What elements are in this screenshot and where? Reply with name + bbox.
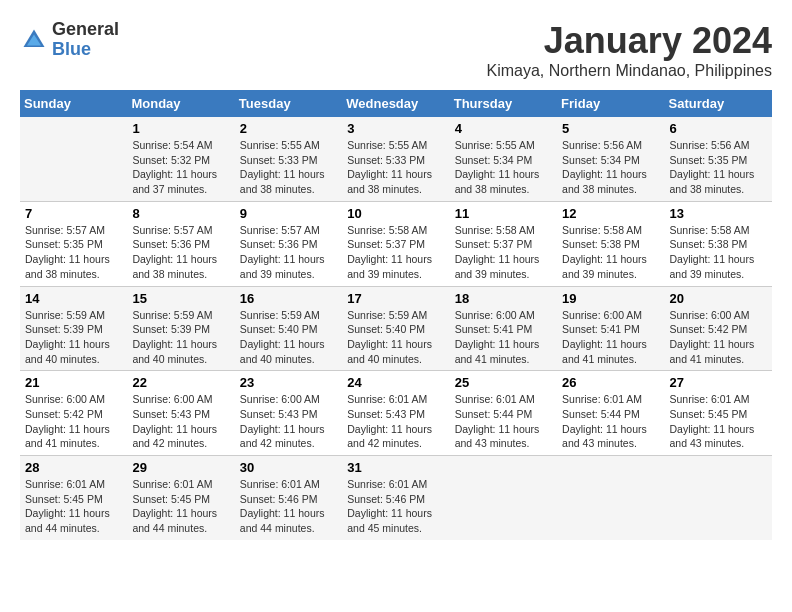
day-detail: Sunset: 5:46 PM — [240, 492, 337, 507]
day-detail: Sunset: 5:42 PM — [670, 322, 767, 337]
calendar-cell: 8Sunrise: 5:57 AMSunset: 5:36 PMDaylight… — [127, 201, 234, 286]
title-block: January 2024 Kimaya, Northern Mindanao, … — [487, 20, 772, 80]
calendar-cell: 30Sunrise: 6:01 AMSunset: 5:46 PMDayligh… — [235, 456, 342, 540]
day-number: 7 — [25, 206, 122, 221]
calendar-cell: 25Sunrise: 6:01 AMSunset: 5:44 PMDayligh… — [450, 371, 557, 456]
day-number: 3 — [347, 121, 444, 136]
day-detail: Daylight: 11 hours and 44 minutes. — [132, 506, 229, 535]
calendar-cell: 26Sunrise: 6:01 AMSunset: 5:44 PMDayligh… — [557, 371, 664, 456]
calendar-cell: 29Sunrise: 6:01 AMSunset: 5:45 PMDayligh… — [127, 456, 234, 540]
day-number: 22 — [132, 375, 229, 390]
day-number: 14 — [25, 291, 122, 306]
day-detail: Daylight: 11 hours and 43 minutes. — [562, 422, 659, 451]
logo-general-text: General — [52, 19, 119, 39]
day-detail: Sunrise: 6:00 AM — [132, 392, 229, 407]
calendar-cell: 16Sunrise: 5:59 AMSunset: 5:40 PMDayligh… — [235, 286, 342, 371]
calendar-cell: 22Sunrise: 6:00 AMSunset: 5:43 PMDayligh… — [127, 371, 234, 456]
day-detail: Sunset: 5:38 PM — [562, 237, 659, 252]
calendar-cell — [665, 456, 772, 540]
day-detail: Daylight: 11 hours and 41 minutes. — [455, 337, 552, 366]
day-number: 1 — [132, 121, 229, 136]
day-detail: Sunset: 5:45 PM — [25, 492, 122, 507]
day-detail: Daylight: 11 hours and 43 minutes. — [670, 422, 767, 451]
day-detail: Sunrise: 5:56 AM — [562, 138, 659, 153]
weekday-header-tuesday: Tuesday — [235, 90, 342, 117]
calendar-cell: 2Sunrise: 5:55 AMSunset: 5:33 PMDaylight… — [235, 117, 342, 201]
day-detail: Sunrise: 6:00 AM — [455, 308, 552, 323]
day-number: 8 — [132, 206, 229, 221]
calendar-cell: 28Sunrise: 6:01 AMSunset: 5:45 PMDayligh… — [20, 456, 127, 540]
calendar-cell: 15Sunrise: 5:59 AMSunset: 5:39 PMDayligh… — [127, 286, 234, 371]
calendar-cell: 7Sunrise: 5:57 AMSunset: 5:35 PMDaylight… — [20, 201, 127, 286]
day-detail: Sunrise: 5:57 AM — [240, 223, 337, 238]
day-detail: Sunrise: 5:55 AM — [455, 138, 552, 153]
day-number: 17 — [347, 291, 444, 306]
day-detail: Sunset: 5:39 PM — [132, 322, 229, 337]
day-number: 25 — [455, 375, 552, 390]
day-detail: Sunset: 5:36 PM — [240, 237, 337, 252]
calendar-cell: 1Sunrise: 5:54 AMSunset: 5:32 PMDaylight… — [127, 117, 234, 201]
day-detail: Sunrise: 5:57 AM — [132, 223, 229, 238]
day-detail: Sunset: 5:45 PM — [670, 407, 767, 422]
calendar-cell: 19Sunrise: 6:00 AMSunset: 5:41 PMDayligh… — [557, 286, 664, 371]
day-detail: Daylight: 11 hours and 39 minutes. — [347, 252, 444, 281]
day-detail: Sunset: 5:34 PM — [455, 153, 552, 168]
weekday-header-saturday: Saturday — [665, 90, 772, 117]
calendar-cell: 5Sunrise: 5:56 AMSunset: 5:34 PMDaylight… — [557, 117, 664, 201]
calendar-cell: 13Sunrise: 5:58 AMSunset: 5:38 PMDayligh… — [665, 201, 772, 286]
day-detail: Sunrise: 6:01 AM — [347, 477, 444, 492]
day-number: 29 — [132, 460, 229, 475]
day-detail: Sunset: 5:43 PM — [347, 407, 444, 422]
day-detail: Daylight: 11 hours and 39 minutes. — [562, 252, 659, 281]
day-detail: Sunrise: 5:54 AM — [132, 138, 229, 153]
day-detail: Sunrise: 6:01 AM — [347, 392, 444, 407]
calendar-cell: 18Sunrise: 6:00 AMSunset: 5:41 PMDayligh… — [450, 286, 557, 371]
day-detail: Daylight: 11 hours and 41 minutes. — [25, 422, 122, 451]
calendar-cell: 27Sunrise: 6:01 AMSunset: 5:45 PMDayligh… — [665, 371, 772, 456]
calendar-cell — [20, 117, 127, 201]
day-detail: Sunset: 5:43 PM — [132, 407, 229, 422]
logo-icon — [20, 26, 48, 54]
weekday-header-sunday: Sunday — [20, 90, 127, 117]
day-detail: Daylight: 11 hours and 38 minutes. — [132, 252, 229, 281]
calendar-table: SundayMondayTuesdayWednesdayThursdayFrid… — [20, 90, 772, 540]
day-detail: Sunset: 5:41 PM — [562, 322, 659, 337]
day-number: 28 — [25, 460, 122, 475]
day-detail: Daylight: 11 hours and 38 minutes. — [25, 252, 122, 281]
location-title: Kimaya, Northern Mindanao, Philippines — [487, 62, 772, 80]
day-detail: Sunset: 5:37 PM — [347, 237, 444, 252]
day-detail: Sunrise: 5:58 AM — [562, 223, 659, 238]
day-detail: Daylight: 11 hours and 40 minutes. — [25, 337, 122, 366]
day-detail: Sunrise: 5:59 AM — [347, 308, 444, 323]
day-detail: Sunset: 5:42 PM — [25, 407, 122, 422]
day-detail: Sunset: 5:43 PM — [240, 407, 337, 422]
week-row-3: 21Sunrise: 6:00 AMSunset: 5:42 PMDayligh… — [20, 371, 772, 456]
day-detail: Daylight: 11 hours and 42 minutes. — [347, 422, 444, 451]
day-detail: Sunset: 5:38 PM — [670, 237, 767, 252]
day-detail: Daylight: 11 hours and 40 minutes. — [132, 337, 229, 366]
calendar-cell — [557, 456, 664, 540]
day-detail: Daylight: 11 hours and 41 minutes. — [562, 337, 659, 366]
day-detail: Sunset: 5:46 PM — [347, 492, 444, 507]
day-number: 4 — [455, 121, 552, 136]
day-detail: Sunrise: 5:55 AM — [347, 138, 444, 153]
day-number: 16 — [240, 291, 337, 306]
day-number: 18 — [455, 291, 552, 306]
day-number: 27 — [670, 375, 767, 390]
weekday-header-monday: Monday — [127, 90, 234, 117]
day-detail: Sunset: 5:33 PM — [240, 153, 337, 168]
week-row-4: 28Sunrise: 6:01 AMSunset: 5:45 PMDayligh… — [20, 456, 772, 540]
day-detail: Daylight: 11 hours and 40 minutes. — [240, 337, 337, 366]
day-number: 24 — [347, 375, 444, 390]
day-detail: Sunset: 5:44 PM — [562, 407, 659, 422]
day-detail: Sunrise: 5:55 AM — [240, 138, 337, 153]
day-number: 30 — [240, 460, 337, 475]
calendar-cell: 17Sunrise: 5:59 AMSunset: 5:40 PMDayligh… — [342, 286, 449, 371]
day-detail: Sunset: 5:36 PM — [132, 237, 229, 252]
day-number: 20 — [670, 291, 767, 306]
day-detail: Sunrise: 5:59 AM — [240, 308, 337, 323]
day-detail: Daylight: 11 hours and 41 minutes. — [670, 337, 767, 366]
day-number: 10 — [347, 206, 444, 221]
day-detail: Daylight: 11 hours and 37 minutes. — [132, 167, 229, 196]
calendar-cell: 10Sunrise: 5:58 AMSunset: 5:37 PMDayligh… — [342, 201, 449, 286]
